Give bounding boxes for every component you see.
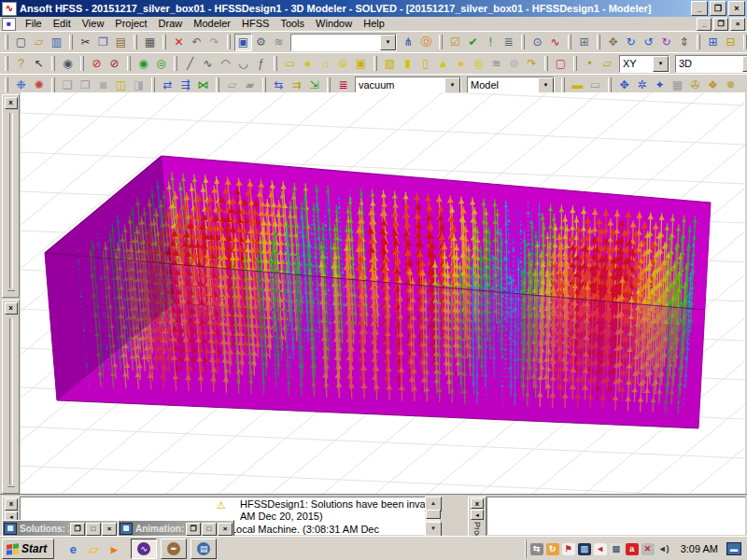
properties-strip[interactable]: x bbox=[2, 300, 20, 494]
toolbar-grip[interactable] bbox=[5, 77, 8, 92]
toolbar-grip[interactable] bbox=[327, 77, 331, 92]
draw-plane-icon[interactable]: ▱ bbox=[599, 55, 616, 73]
toolbar-grip[interactable] bbox=[5, 35, 8, 49]
toolbar-grip[interactable] bbox=[127, 56, 131, 71]
material-combo-dropdown-icon[interactable]: ▼ bbox=[444, 77, 460, 93]
draw-ellipse-icon[interactable]: ⊜ bbox=[334, 55, 352, 73]
draw-point-icon[interactable]: • bbox=[581, 55, 599, 73]
print-queue-tray-icon[interactable]: ▤ bbox=[610, 543, 623, 555]
scrollbar-thumb[interactable] bbox=[426, 510, 441, 519]
rotate-model-icon[interactable]: ↺ bbox=[640, 34, 657, 51]
unite-icon[interactable]: ❑ bbox=[59, 77, 77, 94]
mini-restore-button[interactable]: ❐ bbox=[186, 523, 201, 536]
notebook-task-button[interactable]: ▤ bbox=[190, 539, 217, 559]
draw-arc-center-icon[interactable]: ◠ bbox=[217, 55, 234, 73]
usb-device-tray-icon[interactable]: ⇆ bbox=[530, 543, 543, 555]
mini-maximize-button[interactable]: □ bbox=[202, 523, 217, 536]
toolbar-grip[interactable] bbox=[51, 56, 55, 71]
monitor-job-icon[interactable]: ⚙ bbox=[252, 34, 270, 51]
toolbar-grip[interactable] bbox=[439, 35, 443, 49]
toolbar-grip[interactable] bbox=[69, 35, 73, 49]
sweep-vector-icon[interactable]: ▱ bbox=[223, 77, 241, 94]
toolbar-grip[interactable] bbox=[568, 35, 571, 49]
mdi-restore-button[interactable]: ❐ bbox=[713, 18, 728, 31]
duplicate-mirror-icon[interactable]: ⇉ bbox=[288, 77, 305, 94]
material-combo[interactable]: vacuum▼ bbox=[355, 77, 461, 94]
menu-view[interactable]: View bbox=[77, 17, 110, 31]
draw-arc-3point-icon[interactable]: ◡ bbox=[234, 55, 252, 73]
menu-draw[interactable]: Draw bbox=[153, 17, 189, 31]
hide-selection-icon[interactable]: ⊘ bbox=[88, 55, 106, 73]
analyze-interference-icon[interactable]: ✺ bbox=[30, 77, 48, 94]
zoom-out-area-icon[interactable]: ⊟ bbox=[722, 34, 740, 51]
minimize-button[interactable]: _ bbox=[691, 1, 708, 16]
properties-close-icon[interactable]: x bbox=[5, 302, 18, 315]
toolbar-grip[interactable] bbox=[262, 77, 266, 92]
simulation-combo[interactable]: ▼ bbox=[290, 34, 397, 51]
menu-modeler[interactable]: Modeler bbox=[188, 17, 236, 31]
mini-restore-button[interactable]: ❐ bbox=[70, 523, 85, 536]
print-icon[interactable]: ▦ bbox=[141, 34, 159, 51]
volume-tray-icon[interactable]: ◄) bbox=[657, 543, 670, 555]
rotate-center-icon[interactable]: ↻ bbox=[622, 34, 640, 51]
draw-polygon-icon[interactable]: ⌂ bbox=[317, 55, 334, 73]
mini-close-button[interactable]: × bbox=[218, 523, 233, 536]
menu-help[interactable]: Help bbox=[358, 17, 390, 31]
solution-type-icon[interactable]: ⋔ bbox=[400, 34, 417, 51]
open-file-icon[interactable]: ▱ bbox=[30, 34, 48, 51]
duplicate-around-axis-icon[interactable]: ⇆ bbox=[270, 77, 288, 94]
show-desktop-icon[interactable]: ▬ bbox=[726, 542, 741, 555]
close-button[interactable]: × bbox=[728, 1, 745, 16]
progress-close-icon[interactable]: x bbox=[471, 498, 484, 509]
windows-update-tray-icon[interactable]: ↻ bbox=[546, 543, 559, 555]
toolbar-grip[interactable] bbox=[80, 56, 84, 71]
explorer-folder-icon[interactable]: ▱ bbox=[86, 541, 101, 556]
pan-icon[interactable]: ✥ bbox=[604, 34, 622, 51]
measure-length-icon[interactable]: ❖ bbox=[704, 77, 722, 94]
toolbar-grip[interactable] bbox=[573, 56, 577, 71]
toolbar-grip[interactable] bbox=[544, 56, 548, 71]
separate-bodies-icon[interactable]: ◨ bbox=[130, 77, 148, 94]
rotate-screen-icon[interactable]: ↻ bbox=[657, 34, 675, 51]
toolbar-grip[interactable] bbox=[174, 56, 177, 71]
hide-in-view-icon[interactable]: ⊘ bbox=[106, 55, 123, 73]
draw-spline-icon[interactable]: ∿ bbox=[199, 55, 217, 73]
split-icon[interactable]: ◫ bbox=[112, 77, 130, 94]
draw-rectangle-icon[interactable]: ▭ bbox=[281, 55, 299, 73]
draw-circle-icon[interactable]: ● bbox=[299, 55, 317, 73]
measure-position-icon[interactable]: ✇ bbox=[686, 77, 704, 94]
undo-icon[interactable]: ↶ bbox=[188, 34, 205, 51]
matrix-data-icon[interactable]: ⊞ bbox=[575, 34, 593, 51]
create-region-icon[interactable]: ▢ bbox=[552, 55, 570, 73]
project-manager-close-icon[interactable]: x bbox=[5, 97, 18, 109]
simulation-combo-dropdown-icon[interactable]: ▼ bbox=[380, 35, 396, 50]
message-manager-close-icon[interactable]: x bbox=[5, 498, 18, 511]
analyze-all-icon[interactable]: ! bbox=[482, 34, 500, 51]
security-alert-tray-icon[interactable]: ⚑ bbox=[562, 543, 575, 555]
show-selection-icon[interactable]: ◉ bbox=[134, 55, 152, 73]
drawing-mode-combo[interactable]: 3D▼ bbox=[675, 55, 747, 73]
toolbar-grip[interactable] bbox=[608, 77, 612, 92]
hfss-task-button[interactable]: ∿ bbox=[131, 539, 157, 559]
modeler-window-icon[interactable]: ■ bbox=[2, 18, 16, 31]
draw-cone-icon[interactable]: ▲ bbox=[434, 55, 452, 73]
toolbar-grip[interactable] bbox=[521, 35, 525, 49]
modeler-3d-viewport[interactable] bbox=[21, 92, 745, 494]
drawing-mode-combo-dropdown-icon[interactable]: ▼ bbox=[742, 56, 747, 72]
toolbar-grip[interactable] bbox=[134, 35, 137, 49]
delete-icon[interactable]: ✕ bbox=[170, 34, 188, 51]
duplicate-along-line-icon[interactable]: ⇶ bbox=[176, 77, 194, 94]
cut-icon[interactable]: ✂ bbox=[77, 34, 94, 51]
local-machine-icon[interactable]: ▣ bbox=[234, 34, 252, 51]
menu-window[interactable]: Window bbox=[310, 17, 358, 31]
mdi-close-button[interactable]: × bbox=[730, 18, 745, 31]
menu-project[interactable]: Project bbox=[109, 17, 152, 31]
toolbar-grip[interactable] bbox=[162, 35, 166, 49]
project-manager-strip[interactable]: x bbox=[2, 94, 20, 298]
field-overlays-icon[interactable]: ⊙ bbox=[529, 34, 546, 51]
progress-strip[interactable]: x ◂ Prog bbox=[468, 497, 486, 537]
draw-region-icon[interactable]: ▣ bbox=[352, 55, 370, 73]
subtract-icon[interactable]: ❒ bbox=[77, 77, 94, 94]
message-scrollbar[interactable]: ▲ ▼ bbox=[425, 497, 440, 535]
network-places-tray-icon[interactable]: ▥ bbox=[578, 543, 591, 555]
